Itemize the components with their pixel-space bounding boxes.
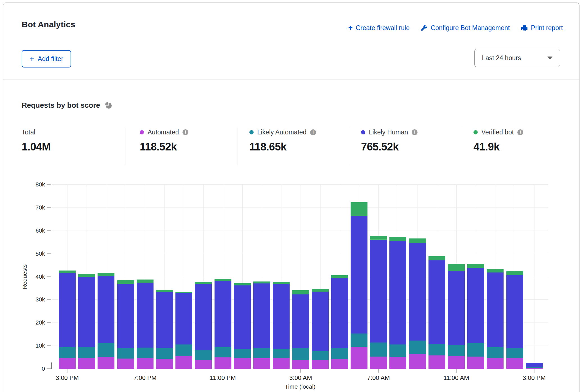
info-icon[interactable] xyxy=(412,129,418,135)
bar-segment-verified-bot xyxy=(389,237,406,241)
info-icon[interactable] xyxy=(310,129,316,135)
y-tick-label: 80k xyxy=(3,181,45,188)
x-tick-label: 7:00 AM xyxy=(356,374,401,382)
stat-automated-label: Automated xyxy=(148,129,179,136)
bar-segment-verified-bot xyxy=(98,273,114,276)
bar-1000pm[interactable] xyxy=(195,180,212,369)
bar-segment-likely-automated xyxy=(526,367,543,368)
bar-1000am[interactable] xyxy=(428,180,445,369)
bar-300pm[interactable] xyxy=(526,180,543,369)
bar-segment-verified-bot xyxy=(506,271,523,276)
bar-segment-likely-human xyxy=(428,260,445,344)
bar-segment-automated xyxy=(351,347,367,369)
bar-500am[interactable] xyxy=(331,180,348,369)
add-filter-label: Add filter xyxy=(38,55,63,63)
bar-1100am[interactable] xyxy=(448,180,465,369)
y-axis-tick xyxy=(47,276,51,277)
configure-bot-management-link[interactable]: Configure Bot Management xyxy=(421,24,510,32)
stat-divider xyxy=(463,128,463,165)
bar-segment-verified-bot xyxy=(448,264,465,271)
stat-likely-human: Likely Human 765.52k xyxy=(361,128,418,153)
bar-400pm[interactable] xyxy=(78,180,95,369)
bar-segment-automated xyxy=(428,355,445,369)
bar-segment-automated xyxy=(389,357,406,369)
create-firewall-rule-link[interactable]: Create firewall rule xyxy=(348,24,410,32)
x-axis-tick xyxy=(223,369,223,373)
bar-segment-likely-automated xyxy=(467,343,484,357)
bar-segment-verified-bot xyxy=(175,292,192,294)
bar-1200am[interactable] xyxy=(234,180,251,369)
bar-segment-likely-automated xyxy=(370,343,387,356)
stat-likely-human-value: 765.52k xyxy=(361,141,418,153)
bar-200pm[interactable] xyxy=(506,180,523,369)
bar-segment-verified-bot xyxy=(117,280,134,284)
bar-segment-verified-bot xyxy=(234,283,251,285)
bar-600pm[interactable] xyxy=(117,180,134,369)
bar-700pm[interactable] xyxy=(137,180,154,369)
bar-800am[interactable] xyxy=(389,180,406,369)
bar-segment-likely-human xyxy=(117,284,134,348)
add-filter-button[interactable]: Add filter xyxy=(22,50,71,67)
bar-segment-likely-automated xyxy=(506,348,523,358)
bar-segment-likely-human xyxy=(59,273,76,347)
automated-legend-dot xyxy=(140,130,144,134)
stat-likely-automated-value: 118.65k xyxy=(249,141,316,153)
plus-icon xyxy=(348,24,353,32)
bar-300pm[interactable] xyxy=(59,180,76,369)
bar-segment-automated xyxy=(175,356,192,369)
bar-1100pm[interactable] xyxy=(215,180,231,369)
bar-segment-likely-human xyxy=(98,276,114,343)
info-icon[interactable] xyxy=(182,129,188,135)
bar-700am[interactable] xyxy=(370,180,387,369)
bar-200am[interactable] xyxy=(273,180,290,369)
bar-segment-likely-automated xyxy=(137,348,154,358)
x-axis-tick xyxy=(300,369,301,373)
bar-segment-verified-bot xyxy=(331,275,348,278)
bar-segment-likely-human xyxy=(448,271,465,345)
bar-segment-likely-human xyxy=(506,275,523,348)
stat-automated: Automated 118.52k xyxy=(140,128,188,153)
bar-segment-automated xyxy=(234,358,251,369)
bar-segment-likely-human xyxy=(389,241,406,344)
wrench-icon xyxy=(421,25,428,31)
stat-divider xyxy=(125,128,125,165)
verified-bot-legend-dot xyxy=(473,130,478,134)
stat-total-label: Total xyxy=(22,129,35,136)
bar-segment-verified-bot xyxy=(351,202,367,215)
stat-verified-bot-label: Verified bot xyxy=(481,129,514,136)
bar-segment-likely-automated xyxy=(215,347,231,357)
bar-segment-automated xyxy=(370,357,387,369)
stat-automated-value: 118.52k xyxy=(140,141,188,153)
bar-100am[interactable] xyxy=(253,180,270,369)
x-tick-label: 3:00 PM xyxy=(512,374,557,382)
y-axis-title: Requests xyxy=(21,264,28,289)
bar-800pm[interactable] xyxy=(156,180,173,369)
bot-analytics-card: Bot Analytics Create firewall rule Confi… xyxy=(3,3,579,392)
bar-segment-likely-human xyxy=(156,292,173,348)
bar-segment-likely-human xyxy=(312,292,329,351)
chevron-down-icon xyxy=(547,57,552,60)
likely-automated-legend-dot xyxy=(249,130,254,134)
bar-1200pm[interactable] xyxy=(467,180,484,369)
y-axis-tick xyxy=(47,207,51,208)
bar-segment-likely-human xyxy=(175,293,192,344)
bar-500pm[interactable] xyxy=(98,180,114,369)
bar-segment-automated xyxy=(78,358,95,369)
bar-900am[interactable] xyxy=(409,180,426,369)
time-range-dropdown[interactable]: Last 24 hours xyxy=(474,49,560,67)
bar-900pm[interactable] xyxy=(175,180,192,369)
bar-400am[interactable] xyxy=(312,180,329,369)
stat-likely-automated-label: Likely Automated xyxy=(257,129,306,136)
bar-300am[interactable] xyxy=(292,180,309,369)
x-tick-label: 11:00 PM xyxy=(200,374,245,382)
y-tick-label: 50k xyxy=(3,250,45,258)
bar-segment-automated xyxy=(312,360,329,369)
page-title: Bot Analytics xyxy=(22,20,75,29)
bar-segment-likely-automated xyxy=(98,343,114,357)
bar-100pm[interactable] xyxy=(487,180,504,369)
y-axis-tick xyxy=(47,230,51,231)
bar-segment-likely-human xyxy=(253,283,270,348)
bar-600am[interactable] xyxy=(351,180,367,369)
print-report-link[interactable]: Print report xyxy=(521,24,563,32)
info-icon[interactable] xyxy=(517,129,523,135)
